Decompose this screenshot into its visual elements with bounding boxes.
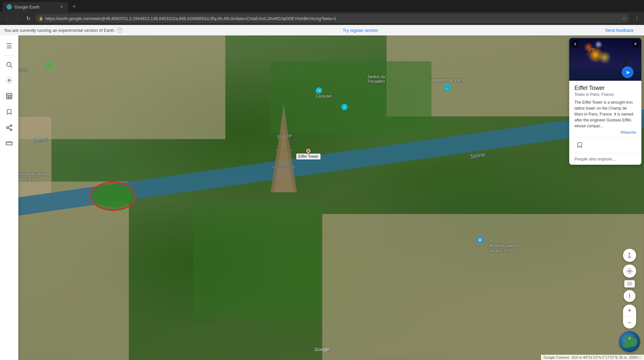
sidebar-divider-1 — [4, 55, 14, 55]
people-also-explore: People also explore... — [569, 153, 641, 165]
svg-point-3 — [7, 62, 11, 67]
menu-button[interactable]: ☰ — [3, 39, 16, 53]
info-panel-footer — [569, 137, 641, 153]
send-feedback-link[interactable]: Send feedback — [605, 28, 634, 33]
collapse-panel-button[interactable]: ∧ — [571, 40, 579, 48]
panel-controls: ∧ ✕ — [569, 38, 641, 50]
forward-button[interactable]: › — [13, 14, 22, 23]
settings-sidebar-button[interactable] — [3, 74, 16, 87]
zoom-out-button[interactable]: − — [623, 317, 636, 328]
urban-block-4 — [322, 214, 644, 360]
close-panel-button[interactable]: ✕ — [632, 40, 639, 48]
compass-button[interactable] — [624, 290, 635, 302]
ruler-button[interactable] — [3, 137, 16, 150]
svg-rect-1 — [276, 150, 292, 151]
svg-point-24 — [629, 270, 631, 272]
tab-favicon — [7, 4, 12, 10]
musee-icon[interactable]: 🏛 — [477, 237, 483, 243]
reload-button[interactable]: ↻ — [24, 14, 33, 23]
info-source[interactable]: Wikipedia — [574, 130, 636, 134]
zoom-in-button[interactable]: + — [623, 305, 636, 316]
svg-rect-0 — [272, 166, 295, 168]
tab-title: Google Earth — [14, 5, 40, 10]
svg-line-15 — [8, 126, 10, 127]
map-controls: 🚶 2D + − — [619, 249, 640, 352]
share-button[interactable]: ➤ — [622, 66, 634, 78]
svg-point-12 — [7, 127, 9, 129]
back-button[interactable]: ‹ — [3, 14, 12, 23]
svg-line-14 — [8, 128, 10, 129]
layers-button[interactable] — [3, 90, 16, 103]
browser-chrome: Google Earth ✕ + ‹ › ↻ 🔒 https://earth.g… — [0, 0, 644, 25]
streetview-button[interactable]: 🚶 — [623, 249, 636, 262]
status-text: Google Camera : 610 m 48°51'23"N 2°17'27… — [544, 355, 641, 359]
info-panel: ∧ ✕ ➤ Eiffel Tower Tower in Paris, Franc… — [569, 38, 641, 165]
zoom-controls: + − — [623, 305, 636, 328]
url-text: https://earth.google.com/web/@48.8583701… — [45, 16, 620, 21]
eiffel-tower-pin[interactable]: Eiffel Tower — [296, 149, 321, 159]
place-subtitle: Tower in Paris, France — [574, 92, 636, 97]
svg-point-5 — [8, 79, 10, 81]
svg-rect-23 — [623, 63, 628, 63]
try-regular-link[interactable]: Try regular version — [343, 28, 378, 33]
left-sidebar: ☰ — [0, 35, 18, 360]
athletics-track — [90, 181, 136, 211]
tab-close-btn[interactable]: ✕ — [59, 4, 64, 10]
search-button[interactable] — [3, 58, 16, 71]
nav-bar: ‹ › ↻ 🔒 https://earth.google.com/web/@48… — [0, 12, 644, 25]
nav-extras: ⋮ — [632, 14, 641, 23]
svg-rect-6 — [7, 94, 12, 99]
svg-point-11 — [10, 125, 12, 127]
svg-point-25 — [627, 269, 632, 274]
address-bar[interactable]: 🔒 https://earth.google.com/web/@48.85837… — [35, 14, 630, 23]
help-icon[interactable]: ? — [117, 28, 122, 33]
new-tab-button[interactable]: + — [70, 2, 79, 11]
banner-text: You are currently running an experimenta… — [4, 28, 115, 33]
globe-minimap[interactable] — [619, 331, 640, 352]
2d-mode-button[interactable]: 2D — [624, 280, 634, 287]
panel-bookmark-button[interactable] — [574, 140, 585, 150]
active-tab[interactable]: Google Earth ✕ — [3, 2, 68, 12]
my-location-button[interactable] — [623, 265, 636, 278]
status-bar: Google Camera : 610 m 48°51'23"N 2°17'27… — [541, 355, 644, 360]
share-sidebar-button[interactable] — [3, 121, 16, 134]
tab-bar: Google Earth ✕ + — [0, 0, 644, 12]
settings-button[interactable]: ⋮ — [632, 14, 641, 23]
experimental-banner: You are currently running an experimenta… — [0, 25, 644, 35]
bookmark-sidebar-button[interactable] — [3, 105, 16, 118]
park-champ-mars — [193, 204, 322, 318]
bookmark-star-icon[interactable]: ☆ — [622, 16, 626, 21]
carousel-icon-2[interactable]: 💧 — [341, 104, 348, 110]
security-icon: 🔒 — [39, 16, 43, 21]
svg-rect-2 — [279, 137, 289, 138]
place-description: The Eiffel Tower is a wrought-iron latti… — [574, 99, 636, 129]
google-watermark: Google — [315, 347, 329, 352]
eiffel-pin-label: Eiffel Tower — [296, 154, 321, 159]
map-container[interactable]: Seine Seine Seine de Passy 📍 Jardins duT… — [0, 35, 644, 360]
svg-point-13 — [10, 129, 12, 131]
carousel-icon-1[interactable]: 🎡 — [316, 87, 322, 94]
people-also-explore-text: People also explore... — [574, 157, 615, 161]
svg-line-4 — [10, 66, 12, 68]
info-panel-content: Eiffel Tower Tower in Paris, France The … — [569, 81, 641, 137]
pin-dot — [306, 149, 310, 153]
place-title: Eiffel Tower — [574, 85, 636, 92]
